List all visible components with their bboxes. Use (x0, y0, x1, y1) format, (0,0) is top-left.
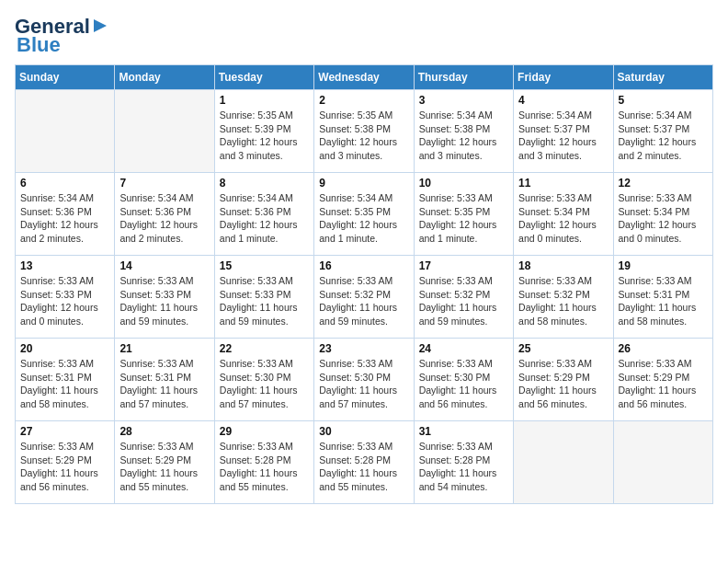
day-info: Sunrise: 5:33 AMSunset: 5:31 PMDaylight:… (119, 357, 209, 411)
day-number: 20 (20, 342, 109, 355)
week-row-3: 13Sunrise: 5:33 AMSunset: 5:33 PMDayligh… (16, 256, 713, 339)
day-info: Sunrise: 5:34 AMSunset: 5:36 PMDaylight:… (20, 191, 109, 246)
calendar-cell: 30Sunrise: 5:33 AMSunset: 5:28 PMDayligh… (314, 421, 414, 504)
day-info: Sunrise: 5:33 AMSunset: 5:28 PMDaylight:… (419, 440, 508, 494)
calendar-cell: 19Sunrise: 5:33 AMSunset: 5:31 PMDayligh… (613, 256, 712, 339)
day-info: Sunrise: 5:33 AMSunset: 5:31 PMDaylight:… (20, 357, 109, 411)
calendar-cell: 7Sunrise: 5:34 AMSunset: 5:36 PMDaylight… (115, 173, 214, 256)
day-info: Sunrise: 5:33 AMSunset: 5:29 PMDaylight:… (20, 440, 109, 494)
day-number: 4 (518, 94, 608, 107)
day-number: 1 (220, 94, 309, 107)
calendar-cell: 24Sunrise: 5:33 AMSunset: 5:30 PMDayligh… (414, 339, 513, 421)
day-number: 17 (419, 259, 508, 272)
day-info: Sunrise: 5:33 AMSunset: 5:33 PMDaylight:… (20, 274, 109, 328)
calendar-cell: 15Sunrise: 5:33 AMSunset: 5:33 PMDayligh… (214, 256, 313, 339)
day-number: 26 (619, 342, 708, 355)
calendar-cell (613, 421, 712, 504)
calendar-cell: 4Sunrise: 5:34 AMSunset: 5:37 PMDaylight… (514, 90, 613, 173)
calendar-header-row: SundayMondayTuesdayWednesdayThursdayFrid… (16, 65, 713, 90)
day-number: 29 (220, 425, 309, 438)
day-number: 25 (518, 342, 608, 355)
day-number: 18 (518, 259, 608, 272)
day-info: Sunrise: 5:33 AMSunset: 5:28 PMDaylight:… (220, 440, 309, 494)
calendar-table: SundayMondayTuesdayWednesdayThursdayFrid… (15, 64, 713, 504)
day-number: 7 (119, 177, 209, 190)
logo-blue: Blue (17, 33, 61, 57)
day-info: Sunrise: 5:33 AMSunset: 5:34 PMDaylight:… (619, 191, 708, 246)
day-number: 14 (119, 259, 209, 272)
day-header-thursday: Thursday (414, 65, 513, 90)
day-number: 9 (319, 177, 408, 190)
day-header-saturday: Saturday (613, 65, 712, 90)
day-number: 27 (20, 425, 109, 438)
day-info: Sunrise: 5:34 AMSunset: 5:36 PMDaylight:… (119, 191, 209, 246)
calendar-cell: 21Sunrise: 5:33 AMSunset: 5:31 PMDayligh… (115, 339, 214, 421)
calendar-cell: 22Sunrise: 5:33 AMSunset: 5:30 PMDayligh… (214, 339, 313, 421)
day-info: Sunrise: 5:33 AMSunset: 5:29 PMDaylight:… (119, 440, 209, 494)
day-number: 8 (220, 177, 309, 190)
day-number: 23 (319, 342, 408, 355)
day-number: 31 (419, 425, 508, 438)
day-info: Sunrise: 5:33 AMSunset: 5:30 PMDaylight:… (419, 357, 508, 411)
day-header-tuesday: Tuesday (214, 65, 313, 90)
calendar-cell: 5Sunrise: 5:34 AMSunset: 5:37 PMDaylight… (613, 90, 712, 173)
day-number: 2 (319, 94, 408, 107)
calendar-cell: 12Sunrise: 5:33 AMSunset: 5:34 PMDayligh… (613, 173, 712, 256)
day-info: Sunrise: 5:33 AMSunset: 5:34 PMDaylight:… (518, 191, 608, 246)
day-number: 21 (119, 342, 209, 355)
day-info: Sunrise: 5:33 AMSunset: 5:35 PMDaylight:… (419, 191, 508, 246)
calendar-cell: 27Sunrise: 5:33 AMSunset: 5:29 PMDayligh… (16, 421, 115, 504)
day-number: 6 (20, 177, 109, 190)
day-number: 22 (220, 342, 309, 355)
page-header: General Blue (15, 15, 713, 57)
calendar-cell: 23Sunrise: 5:33 AMSunset: 5:30 PMDayligh… (314, 339, 414, 421)
calendar-cell: 26Sunrise: 5:33 AMSunset: 5:29 PMDayligh… (613, 339, 712, 421)
day-info: Sunrise: 5:35 AMSunset: 5:39 PMDaylight:… (220, 109, 309, 163)
calendar-cell: 25Sunrise: 5:33 AMSunset: 5:29 PMDayligh… (514, 339, 613, 421)
calendar-cell: 8Sunrise: 5:34 AMSunset: 5:36 PMDaylight… (214, 173, 313, 256)
day-number: 30 (319, 425, 408, 438)
day-number: 28 (119, 425, 209, 438)
day-info: Sunrise: 5:34 AMSunset: 5:37 PMDaylight:… (619, 109, 708, 163)
day-info: Sunrise: 5:33 AMSunset: 5:32 PMDaylight:… (419, 274, 508, 328)
day-info: Sunrise: 5:33 AMSunset: 5:30 PMDaylight:… (319, 357, 408, 411)
day-info: Sunrise: 5:33 AMSunset: 5:29 PMDaylight:… (619, 357, 708, 411)
day-number: 13 (20, 259, 109, 272)
day-number: 16 (319, 259, 408, 272)
calendar-cell: 3Sunrise: 5:34 AMSunset: 5:38 PMDaylight… (414, 90, 513, 173)
week-row-5: 27Sunrise: 5:33 AMSunset: 5:29 PMDayligh… (16, 421, 713, 504)
day-info: Sunrise: 5:34 AMSunset: 5:37 PMDaylight:… (518, 109, 608, 163)
calendar-cell: 17Sunrise: 5:33 AMSunset: 5:32 PMDayligh… (414, 256, 513, 339)
logo-arrow-icon (92, 17, 108, 34)
calendar-cell (514, 421, 613, 504)
calendar-cell: 13Sunrise: 5:33 AMSunset: 5:33 PMDayligh… (16, 256, 115, 339)
logo: General Blue (15, 15, 108, 57)
day-info: Sunrise: 5:33 AMSunset: 5:29 PMDaylight:… (518, 357, 608, 411)
calendar-cell: 18Sunrise: 5:33 AMSunset: 5:32 PMDayligh… (514, 256, 613, 339)
day-header-friday: Friday (514, 65, 613, 90)
calendar-cell: 28Sunrise: 5:33 AMSunset: 5:29 PMDayligh… (115, 421, 214, 504)
week-row-4: 20Sunrise: 5:33 AMSunset: 5:31 PMDayligh… (16, 339, 713, 421)
calendar-cell: 31Sunrise: 5:33 AMSunset: 5:28 PMDayligh… (414, 421, 513, 504)
calendar-cell: 10Sunrise: 5:33 AMSunset: 5:35 PMDayligh… (414, 173, 513, 256)
day-info: Sunrise: 5:33 AMSunset: 5:33 PMDaylight:… (220, 274, 309, 328)
calendar-cell: 9Sunrise: 5:34 AMSunset: 5:35 PMDaylight… (314, 173, 414, 256)
day-number: 3 (419, 94, 508, 107)
day-number: 19 (619, 259, 708, 272)
day-number: 5 (619, 94, 708, 107)
day-info: Sunrise: 5:33 AMSunset: 5:30 PMDaylight:… (220, 357, 309, 411)
day-number: 15 (220, 259, 309, 272)
calendar-cell: 6Sunrise: 5:34 AMSunset: 5:36 PMDaylight… (16, 173, 115, 256)
day-info: Sunrise: 5:33 AMSunset: 5:32 PMDaylight:… (319, 274, 408, 328)
calendar-cell: 2Sunrise: 5:35 AMSunset: 5:38 PMDaylight… (314, 90, 414, 173)
day-info: Sunrise: 5:35 AMSunset: 5:38 PMDaylight:… (319, 109, 408, 163)
day-info: Sunrise: 5:33 AMSunset: 5:33 PMDaylight:… (119, 274, 209, 328)
week-row-2: 6Sunrise: 5:34 AMSunset: 5:36 PMDaylight… (16, 173, 713, 256)
day-info: Sunrise: 5:34 AMSunset: 5:38 PMDaylight:… (419, 109, 508, 163)
day-info: Sunrise: 5:34 AMSunset: 5:36 PMDaylight:… (220, 191, 309, 246)
calendar-cell (16, 90, 115, 173)
day-number: 12 (619, 177, 708, 190)
calendar-cell: 11Sunrise: 5:33 AMSunset: 5:34 PMDayligh… (514, 173, 613, 256)
week-row-1: 1Sunrise: 5:35 AMSunset: 5:39 PMDaylight… (16, 90, 713, 173)
day-info: Sunrise: 5:34 AMSunset: 5:35 PMDaylight:… (319, 191, 408, 246)
